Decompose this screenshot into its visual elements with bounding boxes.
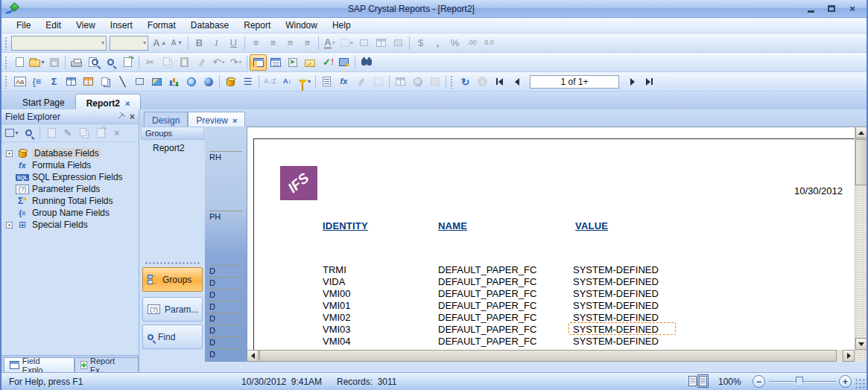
previous-page-button[interactable] <box>508 74 525 90</box>
add-decimal-button[interactable]: .00 <box>463 35 481 51</box>
zoom-out-button[interactable]: − <box>753 375 765 388</box>
vertical-scrollbar[interactable] <box>855 127 867 350</box>
find-view-button[interactable]: Find <box>142 325 203 349</box>
select-expert-button[interactable]: ▾ <box>296 74 313 90</box>
refresh-button[interactable]: ↻ <box>457 74 474 90</box>
highlighting-expert-button[interactable] <box>352 74 370 90</box>
horizontal-scroll-thumb[interactable] <box>259 350 837 362</box>
insert-chart-button[interactable] <box>165 74 183 90</box>
expand-icon[interactable]: + <box>6 222 13 228</box>
italic-button[interactable]: I <box>208 35 225 51</box>
tab-report2[interactable]: Report2× <box>75 94 142 109</box>
scroll-up-button[interactable] <box>855 127 867 138</box>
insert-summary-button[interactable]: Σ <box>45 74 63 90</box>
undo-button[interactable]: ↶▾ <box>210 54 227 71</box>
menu-file[interactable]: File <box>9 19 38 32</box>
toolbar-grip[interactable] <box>4 75 8 89</box>
resize-grip[interactable] <box>855 378 865 389</box>
cut-button[interactable]: ✂ <box>142 54 159 71</box>
olap-design-button[interactable] <box>392 74 409 90</box>
font-size-combo[interactable]: ▾ <box>110 36 148 51</box>
edit-field-button[interactable]: ✎ <box>60 126 75 141</box>
copy-button[interactable] <box>159 54 176 71</box>
database-expert-button[interactable] <box>222 74 239 90</box>
print-preview-button[interactable] <box>85 54 102 71</box>
tree-item-database-fields[interactable]: + Database Fields <box>4 147 139 159</box>
close-panel-icon[interactable]: × <box>130 112 135 122</box>
thousands-separator-button[interactable]: , <box>429 35 446 51</box>
tab-field-explorer[interactable]: Field Explo... <box>4 357 75 372</box>
tree-item-group-name-fields[interactable]: {≡ Group Name Fields <box>4 207 139 219</box>
print-button[interactable] <box>68 54 85 71</box>
menu-edit[interactable]: Edit <box>38 19 69 32</box>
close-preview-icon[interactable]: × <box>232 116 237 125</box>
workbench-button[interactable] <box>284 54 301 71</box>
find-button[interactable] <box>358 54 375 71</box>
hierarchical-grouping-button[interactable] <box>409 74 426 90</box>
menu-view[interactable]: View <box>69 19 103 32</box>
insert-crosstab-button[interactable] <box>63 74 80 90</box>
last-page-button[interactable] <box>641 74 658 90</box>
formula-workshop-button[interactable]: fx <box>335 74 352 90</box>
delete-field-button[interactable]: × <box>110 126 124 141</box>
insert-picture-button[interactable] <box>148 74 165 90</box>
new-field-button[interactable] <box>44 126 59 141</box>
scroll-down-button[interactable] <box>855 338 867 350</box>
bold-button[interactable]: B <box>191 35 208 51</box>
tab-report-explorer[interactable]: Report Ex... <box>75 357 139 372</box>
align-left-button[interactable]: ≡ <box>247 35 264 51</box>
redo-button[interactable]: ↷▾ <box>227 54 244 71</box>
zoom-slider-thumb[interactable] <box>796 377 803 386</box>
zoom-in-button[interactable]: + <box>839 375 852 388</box>
new-report-button[interactable] <box>11 54 28 71</box>
menu-insert[interactable]: Insert <box>103 19 140 32</box>
export-button[interactable] <box>119 54 136 71</box>
single-page-view-icon[interactable] <box>688 376 697 386</box>
rename-field-button[interactable] <box>93 126 108 141</box>
report-preview[interactable]: IFS 10/30/2012 IDENTITY NAME VALUE TRMI … <box>247 127 855 350</box>
tree-item-formula-fields[interactable]: fx Formula Fields <box>4 159 139 171</box>
browse-data-button[interactable] <box>21 126 36 141</box>
tab-preview[interactable]: Preview× <box>188 112 245 127</box>
expand-icon[interactable]: + <box>6 150 13 157</box>
insert-olap-grid-button[interactable] <box>80 74 97 90</box>
section-expert-button[interactable] <box>318 74 335 90</box>
currency-button[interactable]: $ <box>412 35 429 51</box>
group-sort-expert-button[interactable]: A↓Z <box>262 74 279 90</box>
report-explorer-button[interactable] <box>267 54 284 71</box>
tree-item-running-total-fields[interactable]: Σ Running Total Fields <box>4 195 139 207</box>
tab-start-page[interactable]: Start Page <box>12 94 75 109</box>
menu-database[interactable]: Database <box>183 19 236 32</box>
insert-line-button[interactable]: ╲ <box>114 74 131 90</box>
selected-field-outline[interactable] <box>568 322 676 335</box>
suppress-button[interactable] <box>355 35 373 51</box>
page-number-field[interactable]: 1 of 1+ <box>530 75 619 89</box>
menu-window[interactable]: Window <box>278 19 325 32</box>
scroll-right-button[interactable] <box>843 350 855 362</box>
insert-group-button[interactable]: {≡ <box>28 74 45 90</box>
insert-map-button[interactable] <box>183 74 200 90</box>
menu-format[interactable]: Format <box>140 19 183 32</box>
format-painter-button[interactable] <box>193 54 210 71</box>
dependency-checker-button[interactable] <box>301 54 318 71</box>
group-expert-button[interactable]: ☰ <box>239 74 256 90</box>
lock-format-button[interactable] <box>373 35 390 51</box>
group-tree-item-report2[interactable]: Report2 <box>141 140 204 153</box>
duplicate-field-button[interactable] <box>77 126 92 141</box>
page-width-view-icon[interactable] <box>699 376 707 386</box>
browse-preview-button[interactable] <box>102 54 119 71</box>
report-wizard-button[interactable] <box>335 54 352 71</box>
lock-position-button[interactable] <box>390 35 407 51</box>
insert-box-button[interactable] <box>131 74 148 90</box>
decrease-font-button[interactable]: A▼ <box>168 35 186 51</box>
template-expert-button[interactable] <box>426 74 443 90</box>
maximize-button[interactable] <box>823 3 840 15</box>
grid-toggle-button[interactable] <box>370 74 387 90</box>
first-page-button[interactable] <box>491 74 508 90</box>
underline-button[interactable]: U <box>225 35 242 51</box>
parameters-view-button[interactable]: (?) Param... <box>142 297 203 322</box>
remove-decimal-button[interactable]: 0.0 <box>481 35 498 51</box>
font-color-button[interactable]: A▾ <box>321 35 338 51</box>
percent-button[interactable]: % <box>446 35 463 51</box>
increase-font-button[interactable]: A▲ <box>151 35 168 51</box>
